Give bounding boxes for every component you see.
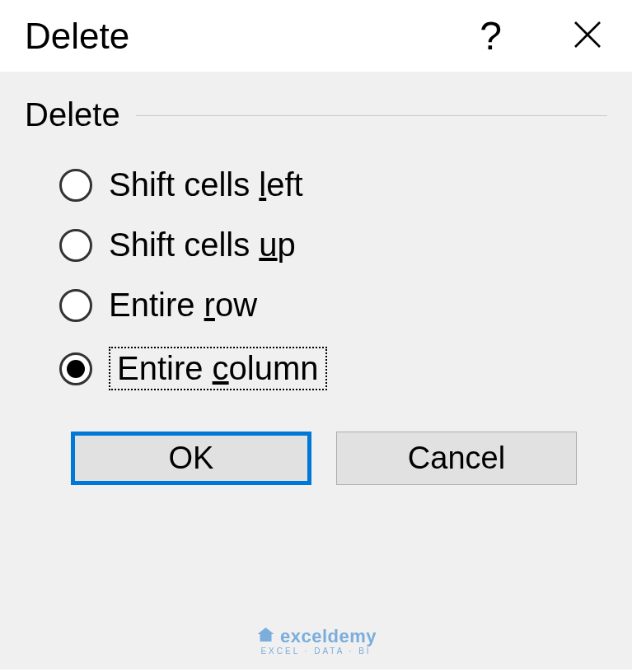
help-button[interactable]: ? [480, 16, 502, 56]
radio-label: Shift cells left [109, 166, 303, 203]
radio-indicator [59, 169, 92, 202]
radio-entire-row[interactable]: Entire row [59, 287, 607, 324]
dialog-title: Delete [25, 16, 129, 57]
radio-label: Entire column [109, 347, 327, 390]
radio-shift-cells-left[interactable]: Shift cells left [59, 166, 607, 203]
radio-shift-cells-up[interactable]: Shift cells up [59, 226, 607, 264]
titlebar-controls: ? [480, 15, 607, 57]
radio-indicator [59, 289, 92, 322]
radio-group: Shift cells left Shift cells up Entire r… [25, 166, 607, 390]
radio-label: Entire row [109, 287, 257, 324]
cancel-button[interactable]: Cancel [336, 432, 577, 485]
radio-indicator [59, 352, 92, 385]
radio-label: Shift cells up [109, 226, 296, 264]
radio-indicator [59, 229, 92, 262]
fieldset-legend: Delete [25, 96, 607, 133]
radio-entire-column[interactable]: Entire column [59, 347, 607, 390]
button-row: OK Cancel [25, 432, 607, 485]
dialog-body: Delete Shift cells left Shift cells up E… [0, 72, 632, 670]
close-icon [571, 41, 604, 54]
titlebar: Delete ? [0, 0, 632, 72]
close-button[interactable] [568, 15, 607, 57]
ok-button[interactable]: OK [71, 432, 311, 485]
